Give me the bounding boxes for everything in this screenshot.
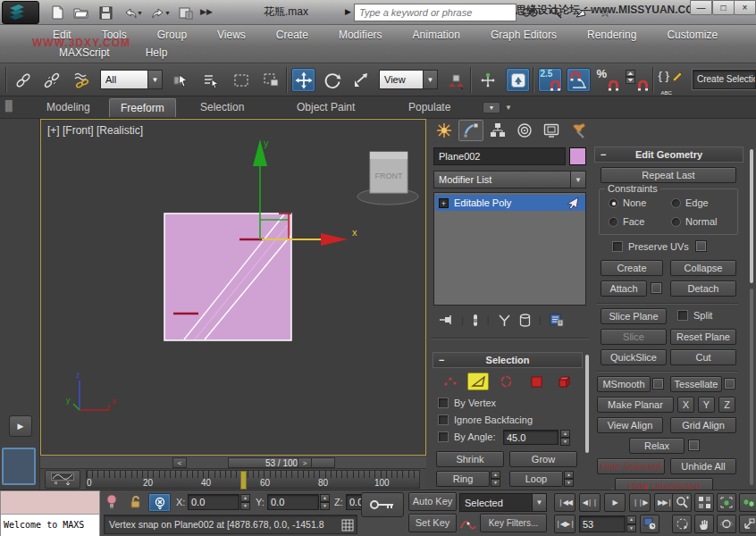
coord-x-field[interactable] xyxy=(188,494,239,510)
edit-geometry-rollout-header[interactable]: − Edit Geometry xyxy=(594,147,743,163)
by-angle-field[interactable] xyxy=(503,430,559,445)
menu-group[interactable]: Group xyxy=(154,28,190,42)
slice-plane-button[interactable]: Slice Plane xyxy=(601,308,667,324)
object-color-swatch[interactable] xyxy=(569,147,586,165)
ignore-backfacing-checkbox[interactable] xyxy=(438,415,449,425)
attach-button[interactable]: Attach xyxy=(601,281,647,297)
subobject-edge-icon[interactable] xyxy=(467,373,489,390)
open-mini-curve-editor-button[interactable] xyxy=(45,470,80,489)
reset-plane-button[interactable]: Reset Plane xyxy=(670,329,736,345)
current-frame-field[interactable] xyxy=(579,515,626,532)
isolate-selection-icon[interactable] xyxy=(105,494,118,510)
view-align-button[interactable]: View Align xyxy=(597,417,663,433)
viewcube[interactable]: FRONT xyxy=(357,152,418,205)
menu-create[interactable]: Create xyxy=(273,28,312,42)
ring-button[interactable]: Ring xyxy=(436,471,490,487)
split-checkbox[interactable] xyxy=(677,310,688,321)
msmooth-settings-button[interactable] xyxy=(652,378,664,389)
key-mode-toggle-button[interactable]: ❘◀▶❘ xyxy=(554,515,575,533)
grid-settings-icon[interactable] xyxy=(341,519,354,532)
menu-help[interactable]: Help xyxy=(142,46,172,60)
zoom-region-button[interactable] xyxy=(672,515,692,533)
collapse-button[interactable]: Collapse xyxy=(670,260,736,276)
repeat-last-button[interactable]: Repeat Last xyxy=(601,167,736,183)
detach-button[interactable]: Detach xyxy=(670,281,736,297)
select-and-rotate-icon[interactable] xyxy=(320,68,344,92)
ribbon-tab-populate[interactable]: Populate xyxy=(398,98,461,117)
application-menu-button[interactable]: ▼ xyxy=(2,1,39,24)
msmooth-button[interactable]: MSmooth xyxy=(597,376,651,392)
zoom-button[interactable] xyxy=(672,493,692,512)
plane-object[interactable] xyxy=(164,214,291,340)
by-angle-checkbox[interactable] xyxy=(438,431,449,442)
menu-customize[interactable]: Customize xyxy=(663,28,721,42)
rectangular-selection-region-icon[interactable] xyxy=(229,68,253,92)
modifier-stack[interactable]: + Editable Poly xyxy=(433,192,586,306)
preserve-uvs-checkbox[interactable] xyxy=(612,241,623,252)
maximize-button[interactable]: □ xyxy=(712,0,735,15)
dock-expand-button[interactable]: ▶ xyxy=(9,415,32,437)
make-planar-button[interactable]: Make Planar xyxy=(597,397,674,413)
zoom-extents-all-button[interactable] xyxy=(739,493,756,512)
by-vertex-checkbox[interactable] xyxy=(438,398,449,408)
open-file-button[interactable] xyxy=(71,3,92,22)
edit-geometry-scrollbar[interactable] xyxy=(750,149,753,283)
selection-rollout-header[interactable]: − Selection xyxy=(433,352,583,368)
use-pivot-point-center-icon[interactable] xyxy=(443,68,467,92)
close-button[interactable]: × xyxy=(734,0,756,15)
maxscript-mini-listener[interactable]: Welcome to MAXS xyxy=(0,490,100,536)
tessellate-button[interactable]: Tessellate xyxy=(670,376,722,392)
attach-settings-button[interactable] xyxy=(651,282,662,294)
coord-y-field[interactable] xyxy=(267,494,319,510)
constraint-face-radio[interactable] xyxy=(609,217,618,227)
grid-align-button[interactable]: Grid Align xyxy=(670,417,736,433)
select-by-name-icon[interactable] xyxy=(198,68,223,92)
show-end-result-icon[interactable] xyxy=(472,314,479,327)
subobject-vertex-icon[interactable] xyxy=(440,373,461,390)
select-and-manipulate-icon[interactable] xyxy=(475,68,500,92)
play-button[interactable]: ▶ xyxy=(604,493,626,512)
selection-scrollbar[interactable] xyxy=(585,355,589,453)
subobject-element-icon[interactable] xyxy=(554,373,575,390)
quickslice-button[interactable]: QuickSlice xyxy=(601,349,667,365)
keyboard-shortcut-override-icon[interactable] xyxy=(506,68,530,92)
listener-output[interactable]: Welcome to MAXS xyxy=(1,515,99,536)
ribbon-minimize-caret-icon[interactable]: ▼ xyxy=(505,104,512,112)
spinner-snap-toggle-icon[interactable] xyxy=(624,68,648,92)
next-frame-arrow[interactable]: > xyxy=(298,457,312,468)
coord-x-spinner[interactable]: ▲▼ xyxy=(240,494,250,510)
tab-display-icon[interactable] xyxy=(539,120,564,141)
make-planar-y-button[interactable]: Y xyxy=(698,397,715,413)
select-and-scale-icon[interactable] xyxy=(349,68,373,92)
tessellate-settings-button[interactable] xyxy=(724,378,735,389)
loop-spinner[interactable]: ▲▼ xyxy=(564,471,574,487)
select-and-move-icon[interactable] xyxy=(291,68,315,92)
hide-selected-button[interactable]: Hide Selected xyxy=(597,458,665,474)
set-keys-button[interactable] xyxy=(361,492,404,517)
make-planar-x-button[interactable]: X xyxy=(677,397,694,413)
auto-key-button[interactable]: Auto Key xyxy=(408,492,457,511)
track-bar-ruler[interactable]: 0 20 40 60 80 100 xyxy=(86,470,420,489)
search-input[interactable] xyxy=(354,4,517,21)
modifier-list-dropdown[interactable]: Modifier List ▼ xyxy=(433,171,586,188)
menu-views[interactable]: Views xyxy=(214,28,249,42)
tab-hierarchy-icon[interactable] xyxy=(485,120,510,141)
selection-filter-dropdown[interactable]: All ▼ xyxy=(100,70,163,89)
tab-utilities-icon[interactable] xyxy=(566,120,591,141)
zoom-all-button[interactable] xyxy=(694,493,714,512)
next-frame-button[interactable]: ❘❘▶ xyxy=(629,493,651,512)
configure-modifier-sets-icon[interactable] xyxy=(550,314,564,327)
menu-graph-editors[interactable]: Graph Editors xyxy=(487,28,560,42)
subobject-border-icon[interactable] xyxy=(495,373,517,390)
current-frame-marker[interactable] xyxy=(240,471,247,490)
absolute-mode-toggle[interactable] xyxy=(148,493,171,512)
qat-overflow-icon[interactable]: ▶▶ xyxy=(200,7,213,16)
select-object-icon[interactable] xyxy=(168,68,192,92)
pin-stack-icon[interactable] xyxy=(439,314,453,326)
create-button[interactable]: Create xyxy=(601,260,663,276)
unlink-selection-icon[interactable] xyxy=(39,68,63,92)
relax-settings-button[interactable] xyxy=(688,440,700,451)
edit-named-selection-sets-icon[interactable]: { } ABC xyxy=(658,68,682,92)
cut-button[interactable]: Cut xyxy=(670,349,736,365)
window-crossing-icon[interactable] xyxy=(259,68,283,92)
